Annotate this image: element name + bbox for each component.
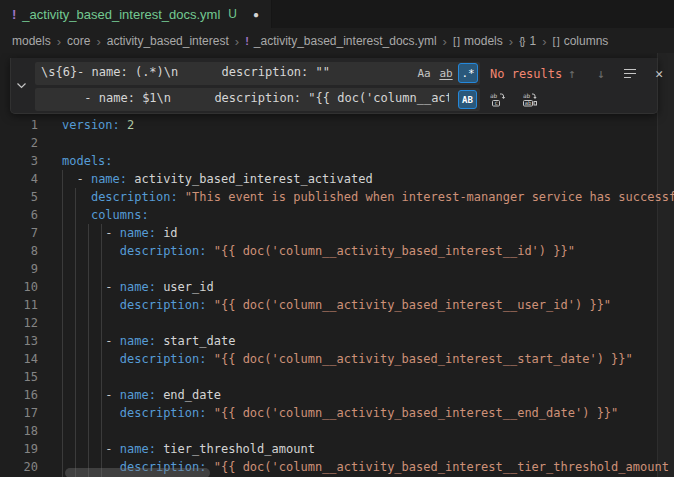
breadcrumb-item-_activity_based_interest_docs.yml[interactable]: !_activity_based_interest_docs.yml <box>245 34 436 48</box>
line-number: 9 <box>0 260 38 278</box>
toggle-replace-chevron-icon[interactable] <box>11 58 32 113</box>
code-line[interactable]: 17 description: "{{ doc('column__activit… <box>0 404 674 422</box>
line-number: 15 <box>0 368 38 386</box>
replace-icon: ab c <box>490 92 506 108</box>
array-icon: [ ] <box>553 35 559 47</box>
find-input[interactable]: \s{6}- name: (.*)\n description: "" Aa a… <box>35 62 480 85</box>
line-content: description: "{{ doc('column__activity_b… <box>62 350 633 368</box>
line-number: 11 <box>0 296 38 314</box>
line-number: 16 <box>0 386 38 404</box>
vscode-window: ! _activity_based_interest_docs.yml U ● … <box>0 0 674 477</box>
line-number: 5 <box>0 188 38 206</box>
yaml-file-icon: ! <box>12 7 16 22</box>
array-icon: [ ] <box>453 35 459 47</box>
line-number: 7 <box>0 224 38 242</box>
code-line[interactable]: 10 - name: user_id <box>0 278 674 296</box>
find-status: No results <box>490 67 562 81</box>
breadcrumb-separator-icon: › <box>235 34 239 49</box>
code-line[interactable]: 18 <box>0 422 674 440</box>
modified-dot-icon[interactable]: ● <box>253 9 259 20</box>
line-content: version: 2 <box>62 116 134 134</box>
regex-button[interactable]: .* <box>458 63 478 83</box>
code-line[interactable]: 15 <box>0 368 674 386</box>
replace-button[interactable]: ab c <box>488 90 508 110</box>
code-line[interactable]: 5 description: "This event is published … <box>0 188 674 206</box>
breadcrumb-item-models[interactable]: [ ]models <box>453 34 503 48</box>
preserve-case-button[interactable]: AB <box>458 90 477 109</box>
find-replace-widget: \s{6}- name: (.*)\n description: "" Aa a… <box>10 58 658 114</box>
line-content: - name: id <box>62 224 178 242</box>
line-number: 20 <box>0 458 38 476</box>
line-number: 8 <box>0 242 38 260</box>
replace-input[interactable]: - name: $1\n description: "{{ doc('colum… <box>35 88 480 111</box>
line-content: description: "{{ doc('column__activity_b… <box>62 296 611 314</box>
code-line[interactable]: 3models: <box>0 152 674 170</box>
close-find-widget-button[interactable]: ✕ <box>649 64 669 84</box>
code-line[interactable]: 14 description: "{{ doc('column__activit… <box>0 350 674 368</box>
yaml-file-icon: ! <box>245 35 249 47</box>
line-content: description: "{{ doc('column__activity_b… <box>62 242 575 260</box>
line-content: columns: <box>62 206 149 224</box>
line-number: 14 <box>0 350 38 368</box>
breadcrumb-item-activity_based_interest[interactable]: activity_based_interest <box>107 34 229 48</box>
line-number: 19 <box>0 440 38 458</box>
breadcrumb-label: activity_based_interest <box>107 34 229 48</box>
line-content: description: "{{ doc('column__activity_b… <box>62 404 618 422</box>
find-in-selection-button[interactable] <box>620 64 640 84</box>
breadcrumb-separator-icon: › <box>542 34 546 49</box>
code-line[interactable]: 11 description: "{{ doc('column__activit… <box>0 296 674 314</box>
breadcrumb-item-core[interactable]: core <box>67 34 90 48</box>
line-number: 1 <box>0 116 38 134</box>
breadcrumb-label: core <box>67 34 90 48</box>
tab-activity-based-interest-docs[interactable]: ! _activity_based_interest_docs.yml U ● <box>0 0 272 28</box>
code-line[interactable]: 12 <box>0 314 674 332</box>
breadcrumb-label: models <box>464 34 503 48</box>
code-line[interactable]: 2 <box>0 134 674 152</box>
find-in-selection-icon <box>624 69 636 79</box>
line-content: - name: activity_based_interest_activate… <box>62 170 373 188</box>
next-match-button[interactable]: ↓ <box>591 64 611 84</box>
line-number: 18 <box>0 422 38 440</box>
breadcrumb-separator-icon: › <box>509 34 513 49</box>
breadcrumb-item-columns[interactable]: [ ]columns <box>553 34 609 48</box>
line-content: - name: end_date <box>62 386 221 404</box>
code-line[interactable]: 13 - name: start_date <box>0 332 674 350</box>
line-number: 6 <box>0 206 38 224</box>
svg-text:ab: ab <box>490 92 498 99</box>
horizontal-scrollbar-thumb[interactable] <box>65 468 210 477</box>
breadcrumb-label: 1 <box>529 34 536 48</box>
svg-text:ab: ab <box>525 100 532 106</box>
line-number: 2 <box>0 134 38 152</box>
match-case-button[interactable]: Aa <box>414 63 434 83</box>
breadcrumb-separator-icon: › <box>57 34 61 49</box>
svg-text:ab: ab <box>523 92 531 99</box>
line-content: description: "This event is published wh… <box>62 188 674 206</box>
tab-filename: _activity_based_interest_docs.yml <box>22 7 220 22</box>
line-number: 13 <box>0 332 38 350</box>
code-line[interactable]: 19 - name: tier_threshold_amount <box>0 440 674 458</box>
replace-all-button[interactable]: ab ab <box>520 90 540 110</box>
breadcrumb-label: _activity_based_interest_docs.yml <box>254 34 437 48</box>
code-content[interactable]: 1version: 223models:4 - name: activity_b… <box>0 116 674 476</box>
code-line[interactable]: 1version: 2 <box>0 116 674 134</box>
breadcrumb-item-models[interactable]: models <box>12 34 51 48</box>
line-number: 12 <box>0 314 38 332</box>
line-number: 4 <box>0 170 38 188</box>
whole-word-button[interactable]: ab <box>436 63 456 83</box>
code-line[interactable]: 8 description: "{{ doc('column__activity… <box>0 242 674 260</box>
previous-match-button[interactable]: ↑ <box>562 64 582 84</box>
breadcrumb-item-1[interactable]: {}1 <box>519 34 536 48</box>
vertical-scrollbar[interactable] <box>657 53 674 477</box>
line-number: 3 <box>0 152 38 170</box>
svg-text:c: c <box>495 99 499 106</box>
code-line[interactable]: 4 - name: activity_based_interest_activa… <box>0 170 674 188</box>
code-line[interactable]: 6 columns: <box>0 206 674 224</box>
code-editor[interactable]: 1version: 223models:4 - name: activity_b… <box>0 53 674 477</box>
code-line[interactable]: 16 - name: end_date <box>0 386 674 404</box>
object-icon: {} <box>519 35 524 47</box>
code-line[interactable]: 9 <box>0 260 674 278</box>
breadcrumb-separator-icon: › <box>96 34 100 49</box>
breadcrumb: models›core›activity_based_interest›!_ac… <box>0 29 674 53</box>
breadcrumb-label: models <box>12 34 51 48</box>
code-line[interactable]: 7 - name: id <box>0 224 674 242</box>
